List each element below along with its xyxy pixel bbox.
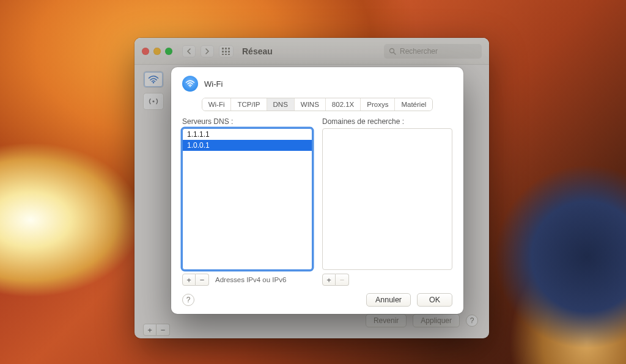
ok-button[interactable]: OK — [417, 293, 452, 307]
svg-rect-3 — [222, 51, 224, 53]
revert-button[interactable]: Revenir — [366, 314, 407, 327]
svg-rect-2 — [228, 48, 230, 49]
apply-button[interactable]: Appliquer — [413, 314, 460, 327]
tab-wins[interactable]: WINS — [295, 98, 326, 111]
svg-rect-8 — [228, 54, 230, 55]
dns-columns: Serveurs DNS : 1.1.1.11.0.0.1 + − Adress… — [182, 117, 452, 286]
search-domains-listbox[interactable] — [322, 128, 452, 270]
dns-servers-label: Serveurs DNS : — [182, 117, 312, 126]
tab-tcp-ip[interactable]: TCP/IP — [231, 98, 267, 111]
add-interface-button[interactable]: + — [143, 324, 156, 336]
svg-rect-7 — [225, 54, 227, 55]
minimize-window-button[interactable] — [153, 48, 161, 55]
cancel-button[interactable]: Annuler — [366, 293, 411, 307]
sheet-tabbar: Wi-FiTCP/IPDNSWINS802.1XProxysMatériel — [202, 98, 433, 111]
dns-servers-column: Serveurs DNS : 1.1.1.11.0.0.1 + − Adress… — [182, 117, 312, 286]
dns-server-row[interactable]: 1.0.0.1 — [183, 140, 312, 151]
close-window-button[interactable] — [142, 48, 149, 55]
window-titlebar: Réseau Rechercher — [134, 38, 489, 65]
dns-remove-button[interactable]: − — [196, 274, 209, 286]
search-domain-add-button[interactable]: + — [322, 274, 336, 286]
search-field[interactable]: Rechercher — [384, 44, 482, 59]
broadcast-icon — [148, 97, 159, 106]
forward-button[interactable] — [201, 45, 214, 57]
interface-add-remove: + − — [143, 324, 170, 336]
search-domain-remove-button[interactable]: − — [336, 274, 349, 286]
svg-rect-1 — [225, 48, 227, 49]
interface-sidebar: + − — [143, 71, 168, 115]
show-all-button[interactable] — [219, 45, 234, 57]
wifi-icon — [148, 75, 159, 84]
svg-point-9 — [390, 48, 394, 53]
dns-add-remove-row: + − Adresses IPv4 ou IPv6 — [182, 274, 312, 286]
search-domain-add-remove-row: + − — [322, 274, 452, 286]
sheet-title: Wi-Fi — [204, 79, 223, 89]
tab-proxys[interactable]: Proxys — [361, 98, 395, 111]
svg-line-10 — [394, 53, 396, 54]
interface-item-other[interactable] — [143, 93, 164, 110]
dns-servers-listbox[interactable]: 1.1.1.11.0.0.1 — [182, 128, 312, 270]
help-button[interactable]: ? — [466, 315, 478, 327]
sheet-footer: ? Annuler OK — [182, 293, 452, 307]
svg-rect-6 — [222, 54, 224, 55]
sheet-header: Wi-Fi — [182, 76, 452, 92]
search-placeholder: Rechercher — [400, 47, 438, 56]
interface-item-wifi[interactable] — [143, 71, 164, 88]
svg-rect-4 — [225, 51, 227, 53]
ipv-hint: Adresses IPv4 ou IPv6 — [215, 276, 286, 283]
tab-dns[interactable]: DNS — [267, 98, 295, 111]
zoom-window-button[interactable] — [165, 48, 172, 55]
window-footer-controls: Revenir Appliquer ? — [366, 314, 478, 327]
svg-point-11 — [153, 82, 154, 83]
tab-wi-fi[interactable]: Wi-Fi — [202, 98, 232, 111]
sheet-help-button[interactable]: ? — [182, 294, 194, 306]
window-title: Réseau — [242, 46, 273, 56]
search-domains-column: Domaines de recherche : + − — [322, 117, 452, 286]
svg-rect-5 — [228, 51, 230, 53]
dns-add-button[interactable]: + — [182, 274, 196, 286]
tab-802-1x[interactable]: 802.1X — [326, 98, 361, 111]
dns-server-row[interactable]: 1.1.1.1 — [183, 129, 312, 140]
window-traffic-lights — [142, 48, 172, 55]
remove-interface-button[interactable]: − — [156, 324, 170, 336]
tab-mat-riel[interactable]: Matériel — [395, 98, 432, 111]
search-icon — [389, 48, 396, 55]
dns-settings-sheet: Wi-Fi Wi-FiTCP/IPDNSWINS802.1XProxysMaté… — [171, 67, 463, 314]
search-domains-label: Domaines de recherche : — [322, 117, 452, 126]
wifi-badge-icon — [182, 76, 198, 92]
svg-point-12 — [152, 100, 154, 102]
back-button[interactable] — [182, 45, 196, 57]
svg-point-13 — [190, 86, 191, 87]
svg-rect-0 — [222, 48, 224, 49]
desktop-wallpaper: Réseau Rechercher + − Revenir — [0, 0, 626, 364]
